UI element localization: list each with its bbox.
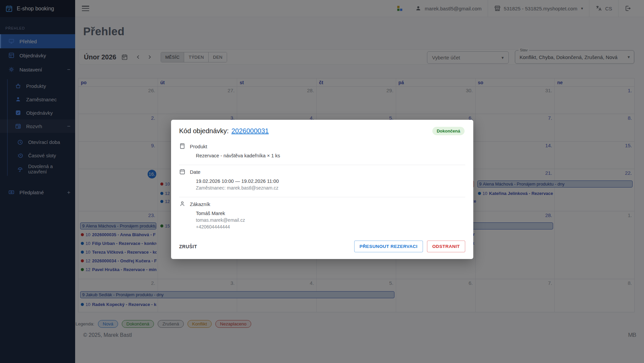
date-range: 19.02.2026 10:00 — 19.02.2026 11:00 bbox=[196, 178, 465, 184]
product-section: Produkt Rezervace - návštěva kadeřníka ×… bbox=[171, 140, 473, 164]
dialog-header: Kód objednávky: 2026000031 Dokončená bbox=[171, 120, 473, 140]
order-code-label: Kód objednávky: bbox=[179, 127, 229, 135]
divider bbox=[179, 197, 465, 197]
customer-icon bbox=[179, 201, 186, 207]
product-box-icon bbox=[179, 143, 186, 150]
delete-button[interactable]: ODSTRANIT bbox=[427, 241, 465, 252]
date-label: Date bbox=[190, 169, 201, 175]
order-detail-dialog: Kód objednávky: 2026000031 Dokončená Pro… bbox=[171, 120, 473, 259]
customer-label: Zákazník bbox=[190, 201, 210, 207]
customer-section: Zákazník Tomáš Marek tomas.marek@email.c… bbox=[171, 198, 473, 235]
order-status-chip: Dokončená bbox=[432, 127, 465, 135]
cancel-button[interactable]: ZRUŠIT bbox=[179, 241, 201, 252]
customer-name: Tomáš Marek bbox=[196, 211, 465, 216]
employee-line: Zaměstnanec: marek.bastl@seznam.cz bbox=[196, 185, 465, 191]
date-section: Date 19.02.2026 10:00 — 19.02.2026 11:00… bbox=[171, 166, 473, 196]
calendar-icon bbox=[179, 168, 186, 175]
customer-phone: +420604444444 bbox=[196, 224, 465, 229]
customer-email: tomas.marek@email.cz bbox=[196, 217, 465, 223]
order-code-link[interactable]: 2026000031 bbox=[231, 127, 269, 135]
app-root: E-shop booking PŘEHLED PřehledObjednávky… bbox=[0, 0, 644, 363]
move-reservation-button[interactable]: PŘESUNOUT REZERVACI bbox=[354, 241, 423, 252]
product-label: Produkt bbox=[190, 144, 207, 149]
divider bbox=[179, 165, 465, 165]
dialog-actions: ZRUŠIT PŘESUNOUT REZERVACI ODSTRANIT bbox=[171, 235, 473, 259]
product-value: Rezervace - návštěva kadeřníka × 1 ks bbox=[196, 153, 465, 158]
